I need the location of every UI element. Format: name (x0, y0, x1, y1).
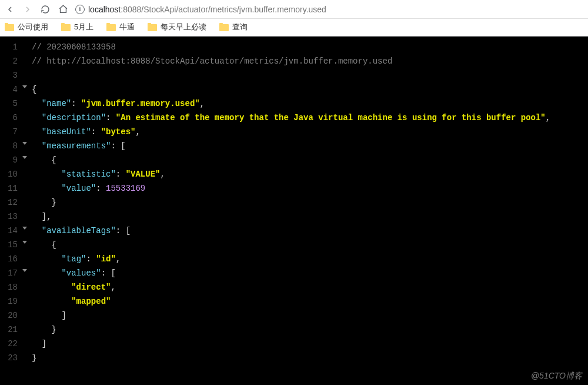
fold-toggle-icon[interactable] (22, 227, 27, 230)
bookmark-item[interactable]: 查询 (219, 22, 248, 32)
line-number: 11 (0, 181, 20, 195)
line-number: 22 (0, 337, 20, 351)
line-gutter: 1234567891011121314151617181920212223 (0, 36, 20, 385)
reload-button[interactable] (40, 4, 51, 15)
line-number: 13 (0, 210, 20, 224)
folder-icon (5, 24, 14, 31)
forward-button[interactable] (22, 4, 33, 15)
fold-toggle-icon[interactable] (22, 142, 27, 145)
line-number: 20 (0, 308, 20, 323)
line-number: 23 (0, 351, 20, 365)
json-viewer: 1234567891011121314151617181920212223 //… (0, 36, 588, 385)
comment-timestamp: // 20230608133958 (32, 42, 116, 52)
browser-toolbar: i localhost:8088/StockApi/actuator/metri… (0, 0, 588, 19)
line-number: 21 (0, 323, 20, 337)
bookmarks-bar: 公司使用 5月上 牛通 每天早上必读 查询 (0, 19, 588, 36)
fold-toggle-icon[interactable] (22, 85, 27, 88)
fold-toggle-icon[interactable] (22, 156, 27, 159)
folder-icon (106, 24, 116, 31)
line-number: 17 (0, 266, 20, 280)
line-number: 2 (0, 54, 20, 68)
folder-icon (61, 24, 71, 31)
line-number: 10 (0, 167, 20, 181)
bookmark-item[interactable]: 每天早上必读 (148, 22, 206, 32)
comment-url: // http://localhost:8088/StockApi/actuat… (32, 57, 392, 66)
home-button[interactable] (58, 4, 68, 15)
line-number: 8 (0, 139, 20, 153)
bookmark-label: 牛通 (119, 22, 135, 32)
line-number: 3 (0, 68, 20, 82)
line-number: 18 (0, 280, 20, 294)
folder-icon (148, 24, 157, 31)
bookmark-item[interactable]: 公司使用 (5, 22, 48, 32)
line-number: 16 (0, 252, 20, 266)
back-button[interactable] (5, 4, 15, 15)
json-content[interactable]: // 20230608133958 // http://localhost:80… (20, 36, 550, 385)
line-number: 4 (0, 82, 20, 97)
folder-icon (219, 24, 229, 31)
bookmark-item[interactable]: 5月上 (61, 22, 93, 32)
line-number: 9 (0, 153, 20, 167)
bookmark-item[interactable]: 牛通 (106, 22, 135, 32)
address-bar[interactable]: i localhost:8088/StockApi/actuator/metri… (75, 5, 583, 14)
site-info-icon[interactable]: i (75, 5, 85, 14)
line-number: 15 (0, 238, 20, 252)
fold-toggle-icon[interactable] (22, 241, 27, 244)
line-number: 5 (0, 97, 20, 111)
line-number: 12 (0, 195, 20, 210)
line-number: 6 (0, 111, 20, 125)
bookmark-label: 查询 (232, 22, 248, 32)
line-number: 19 (0, 294, 20, 308)
bookmark-label: 5月上 (74, 22, 93, 32)
bookmark-label: 每天早上必读 (161, 22, 206, 32)
line-number: 1 (0, 40, 20, 54)
line-number: 7 (0, 125, 20, 139)
fold-toggle-icon[interactable] (22, 269, 27, 272)
url-text: localhost:8088/StockApi/actuator/metrics… (88, 5, 326, 14)
watermark: @51CTO博客 (531, 371, 582, 381)
bookmark-label: 公司使用 (18, 22, 48, 32)
line-number: 14 (0, 224, 20, 238)
